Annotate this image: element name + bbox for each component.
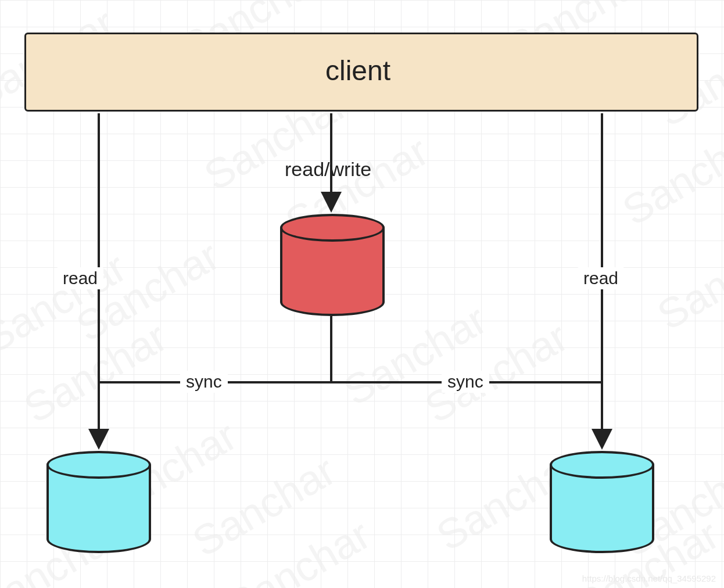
client-label: client — [325, 55, 390, 87]
master-node — [280, 214, 385, 316]
edge-label-readwrite: read/write — [285, 158, 371, 181]
edge-label-sync-right: sync — [442, 371, 489, 393]
edge-label-sync-left: sync — [180, 371, 228, 393]
edge-label-read-right: read — [578, 267, 624, 289]
diagram-canvas: Sanchar Sanchar Sanchar Sanchar Sanchar … — [0, 0, 724, 588]
slave2-node — [550, 451, 654, 553]
slave1-node — [46, 451, 151, 553]
edge-label-read-left: read — [57, 267, 103, 289]
